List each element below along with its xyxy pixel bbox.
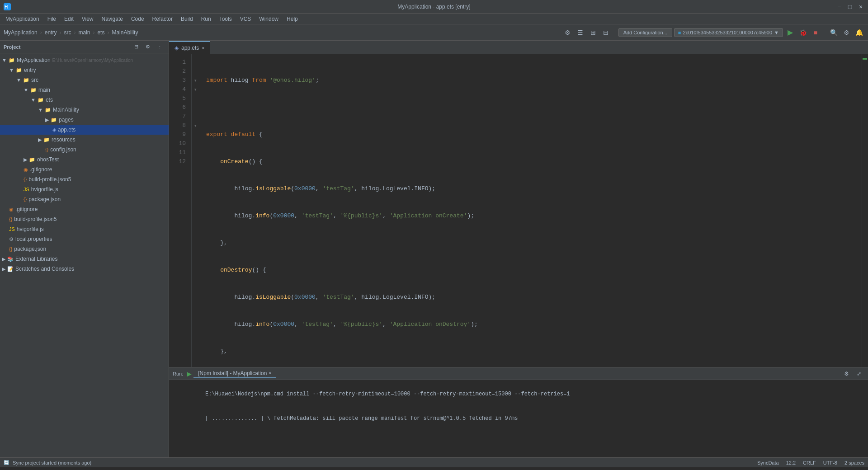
tree-item-gitignore-root[interactable]: ◉ .gitignore — [0, 204, 169, 214]
debug-button[interactable]: 🐞 — [797, 27, 808, 38]
scratches-icon: 📝 — [7, 266, 14, 272]
code-line-5: hilog.isLoggable(0x0000, 'testTag', hilo… — [206, 184, 854, 193]
tree-item-ets[interactable]: ▼ 📁 ets — [0, 95, 169, 105]
tab-file-icon: ◈ — [175, 45, 179, 51]
tree-item-mainability[interactable]: ▼ 📁 MainAbility — [0, 105, 169, 115]
device-selector[interactable]: ■ 2c010f534553325332101000007c45900 ▼ — [674, 28, 783, 37]
run-label: Run: — [173, 371, 183, 376]
sidebar-settings-icon[interactable]: ⚙ — [142, 42, 153, 52]
menu-refactor[interactable]: Refactor — [149, 15, 176, 23]
tree-item-build-profile-entry[interactable]: {} build-profile.json5 — [0, 174, 169, 184]
settings-icon-btn[interactable]: ⚙ — [562, 27, 573, 38]
menu-help[interactable]: Help — [283, 15, 302, 23]
toolbar: MyApplication › entry › src › main › ets… — [0, 24, 868, 41]
app-icon-area: H — [4, 3, 11, 10]
terminal-content[interactable]: E:\Huawei\Nodejs\npm.cmd install --fetch… — [169, 380, 868, 457]
line-ending[interactable]: CRLF — [803, 460, 816, 465]
menu-view[interactable]: View — [78, 15, 97, 23]
menu-navigate[interactable]: Navigate — [98, 15, 127, 23]
hvigorfile-root-icon: JS — [9, 226, 15, 232]
chevron-right-icon-resources: ▶ — [38, 137, 42, 143]
tree-item-src[interactable]: ▼ 📁 src — [0, 75, 169, 85]
fold-3[interactable]: ▾ — [192, 76, 199, 85]
breadcrumb-entry[interactable]: entry — [45, 29, 57, 36]
layout-icon-btn[interactable]: ☰ — [575, 27, 586, 38]
sidebar-more-icon[interactable]: ⋮ — [154, 42, 165, 52]
tree-item-hvigorfile-root[interactable]: JS hvigorfile.js — [0, 224, 169, 234]
config-json-icon: {} — [45, 147, 48, 152]
sync-icon: 🔄 — [4, 460, 9, 465]
breadcrumb-ets[interactable]: ets — [97, 29, 104, 36]
breadcrumb-src[interactable]: src — [64, 29, 71, 36]
settings-gear-icon[interactable]: ⚙ — [841, 27, 852, 38]
breadcrumb-mainability[interactable]: MainAbility — [112, 29, 138, 36]
stop-button[interactable]: ■ — [810, 27, 821, 38]
menu-edit[interactable]: Edit — [61, 15, 77, 23]
tree-item-scratches[interactable]: ▶ 📝 Scratches and Consoles — [0, 264, 169, 274]
editor-tab-app-ets[interactable]: ◈ app.ets × — [169, 41, 210, 54]
tree-item-package-json-root[interactable]: {} package.json — [0, 244, 169, 254]
tree-item-external-libraries[interactable]: ▶ 📚 External Libraries — [0, 254, 169, 264]
fold-8[interactable]: ▾ — [192, 121, 199, 130]
tree-item-local-properties[interactable]: ⚙ local.properties — [0, 234, 169, 244]
search-everywhere-icon[interactable]: 🔍 — [828, 27, 839, 38]
main-layout: Project ⊟ ⚙ ⋮ ▼ 📁 MyApplication E:\Huawe… — [0, 41, 868, 457]
tree-item-main[interactable]: ▼ 📁 main — [0, 85, 169, 95]
gitignore-entry-icon: ◉ — [24, 167, 28, 173]
bottom-tab-npm-install[interactable]: [Npm Install] - MyApplication × — [193, 369, 276, 378]
bottom-panel: Run: ▶ [Npm Install] - MyApplication × ⚙… — [169, 367, 868, 457]
run-button[interactable]: ▶ — [785, 27, 796, 38]
maximize-button[interactable]: □ — [846, 3, 854, 10]
encoding[interactable]: UTF-8 — [823, 460, 837, 465]
tree-item-app-ets[interactable]: ◈ app.ets — [0, 125, 169, 135]
package-json-root-icon: {} — [9, 246, 12, 252]
bottom-panel-maximize-icon[interactable]: ⤢ — [854, 368, 864, 379]
tree-item-build-profile-root[interactable]: {} build-profile.json5 — [0, 214, 169, 224]
tree-item-gitignore-entry[interactable]: ◉ .gitignore — [0, 164, 169, 174]
sync-status-text: Sync project started (moments ago) — [13, 460, 91, 465]
bottom-panel-settings-icon[interactable]: ⚙ — [841, 368, 852, 379]
notifications-icon[interactable]: 🔔 — [854, 27, 864, 38]
menu-file[interactable]: File — [44, 15, 60, 23]
tree-item-entry[interactable]: ▼ 📁 entry — [0, 65, 169, 75]
gutter-mark-valid — [863, 58, 867, 60]
menu-vcs[interactable]: VCS — [236, 15, 255, 23]
tab-label: app.ets — [181, 45, 199, 51]
window-title: MyApplication - app.ets [entry] — [397, 4, 470, 10]
code-line-2 — [206, 103, 854, 112]
breadcrumb-main[interactable]: main — [78, 29, 90, 36]
menu-myapplication[interactable]: MyApplication — [2, 15, 43, 23]
close-button[interactable]: × — [857, 3, 864, 10]
fold-4[interactable]: ▾ — [192, 85, 199, 94]
chevron-right-icon-ohostest: ▶ — [24, 157, 27, 163]
sync-data-label[interactable]: SyncData — [757, 460, 779, 465]
tree-item-ohostest[interactable]: ▶ 📁 ohosTest — [0, 155, 169, 164]
sidebar-collapse-all-icon[interactable]: ⊟ — [131, 42, 142, 52]
code-line-11: }, — [206, 347, 854, 356]
build-profile-root-icon: {} — [9, 216, 12, 222]
tree-item-myapplication[interactable]: ▼ 📁 MyApplication E:\Huawei\OpenHarmony\… — [0, 55, 169, 65]
file-tree: ▼ 📁 MyApplication E:\Huawei\OpenHarmony\… — [0, 53, 169, 457]
tree-item-config-json[interactable]: {} config.json — [0, 145, 169, 155]
layout2-icon-btn[interactable]: ⊞ — [588, 27, 599, 38]
add-configuration-button[interactable]: Add Configuration... — [618, 28, 672, 37]
menu-window[interactable]: Window — [255, 15, 282, 23]
chevron-down-icon-entry: ▼ — [9, 67, 14, 73]
breadcrumb-myapplication[interactable]: MyApplication — [4, 29, 38, 36]
tree-item-pages[interactable]: ▶ 📁 pages — [0, 115, 169, 125]
indent[interactable]: 2 spaces — [844, 460, 864, 465]
menu-code[interactable]: Code — [127, 15, 148, 23]
scratches-label: Scratches and Consoles — [15, 266, 74, 272]
menu-run[interactable]: Run — [198, 15, 215, 23]
tree-item-hvigorfile-entry[interactable]: JS hvigorfile.js — [0, 184, 169, 194]
tree-item-package-json-entry[interactable]: {} package.json — [0, 194, 169, 204]
code-content[interactable]: import hilog from '@ohos.hilog'; export … — [199, 54, 862, 367]
menu-tools[interactable]: Tools — [216, 15, 236, 23]
menu-build[interactable]: Build — [177, 15, 197, 23]
tab-close-button[interactable]: × — [202, 46, 204, 51]
bottom-tab-close-icon[interactable]: × — [269, 371, 271, 376]
tree-item-resources[interactable]: ▶ 📁 resources — [0, 135, 169, 145]
run-play-icon[interactable]: ▶ — [187, 370, 192, 377]
layout3-icon-btn[interactable]: ⊟ — [600, 27, 611, 38]
minimize-button[interactable]: − — [835, 3, 843, 10]
